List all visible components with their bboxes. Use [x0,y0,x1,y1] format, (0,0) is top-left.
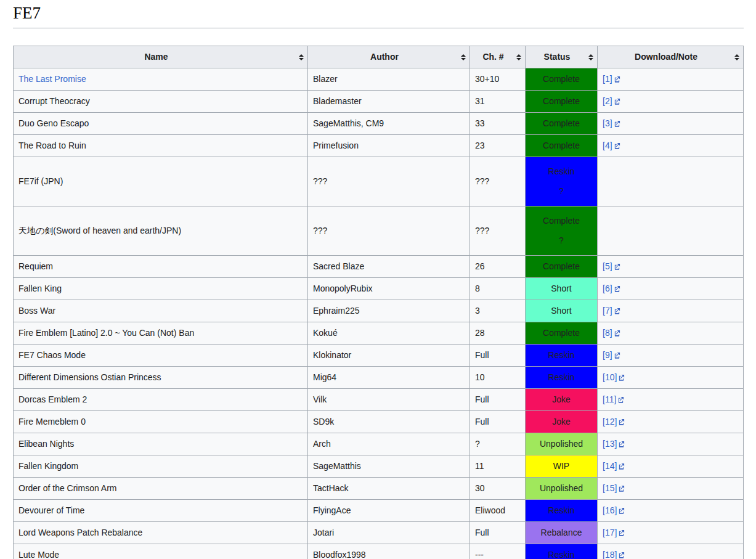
name-cell: Fallen King [14,278,308,300]
download-link[interactable]: [8] [603,328,612,338]
author-cell: Primefusion [308,135,470,157]
download-cell: [10] [598,367,744,389]
table-row: Fallen KingMonopolyRubix8Short[6] [14,278,744,300]
download-cell: [16] [598,500,744,522]
status-note: ? [530,186,592,197]
download-cell: [9] [598,345,744,367]
name-cell: The Road to Ruin [14,135,308,157]
download-link[interactable]: [5] [603,261,612,271]
status-cell: Joke [526,411,598,433]
download-link[interactable]: [7] [603,306,612,316]
status-cell: Reskin [526,367,598,389]
sort-icon [588,54,593,60]
author-name: Sacred Blaze [313,261,364,271]
download-link[interactable]: [4] [603,141,612,150]
download-link[interactable]: [15] [603,483,617,493]
chapter-count: Eliwood [475,505,505,515]
author-cell: Blazer [308,68,470,91]
status-label: Complete [530,215,592,227]
author-name: Blademaster [313,96,362,106]
chapter-count: ??? [475,226,489,235]
chapter-count: Full [475,394,489,404]
download-cell [598,157,744,206]
download-link[interactable]: [17] [603,528,617,537]
name-cell: Fallen Kingdom [14,455,308,478]
chapter-count: 33 [475,118,485,128]
author-name: Mig64 [313,372,336,382]
column-header-download-note[interactable]: Download/Note [598,46,744,68]
author-cell: Ephraim225 [308,300,470,322]
author-name: Blazer [313,74,338,84]
column-header-label: Status [544,52,571,62]
sort-icon [299,54,304,60]
external-link-icon [618,463,625,470]
author-name: ??? [313,176,327,186]
download-link[interactable]: [13] [603,439,617,449]
column-header-name[interactable]: Name [14,46,308,68]
chapter-count-cell: Full [470,522,526,544]
download-link[interactable]: [9] [603,350,612,360]
header-row: NameAuthorCh. #StatusDownload/Note [14,46,744,68]
chapter-count-cell: Full [470,345,526,367]
status-cell: Complete [526,256,598,278]
download-cell: [15] [598,478,744,500]
table-row: The Road to RuinPrimefusion23Complete[4] [14,135,744,157]
hack-name: Elibean Nights [18,439,74,449]
chapter-count-cell: 10 [470,367,526,389]
hack-name: Fallen King [18,284,62,293]
status-label: Complete [530,118,592,129]
download-link[interactable]: [11] [603,394,616,404]
author-name: FlyingAce [313,505,351,515]
author-name: SageMatthis, CM9 [313,118,384,128]
download-cell: [3] [598,113,744,135]
download-link[interactable]: [12] [603,417,617,426]
hack-name: The Road to Ruin [18,141,86,150]
external-link-icon [614,308,620,314]
status-cell: Short [526,278,598,300]
chapter-count-cell: 11 [470,455,526,478]
chapter-count-cell: Eliwood [470,500,526,522]
hack-name-link[interactable]: The Last Promise [18,74,86,84]
chapter-count-cell: 23 [470,135,526,157]
download-link[interactable]: [2] [603,96,612,106]
hack-name: Fallen Kingdom [18,461,78,471]
table-row: FE7if (JPN)??????Reskin? [14,157,744,206]
download-link[interactable]: [16] [603,505,617,515]
external-link-icon [618,529,625,536]
hack-name: 天地の剣(Sword of heaven and earth/JPN) [18,226,181,235]
external-link-icon [614,98,620,105]
chapter-count-cell: 8 [470,278,526,300]
status-cell: Complete [526,135,598,157]
download-cell: [2] [598,91,744,113]
chapter-count-cell: ? [470,433,526,455]
download-link[interactable]: [18] [603,550,617,559]
download-cell: [14] [598,455,744,478]
sort-icon [734,54,739,60]
column-header-status[interactable]: Status [526,46,598,68]
table-row: Dorcas Emblem 2VilkFullJoke[11] [14,389,744,411]
hack-name: Fire Memeblem 0 [18,417,86,426]
table-row: FE7 Chaos ModeKlokinatorFullReskin[9] [14,345,744,367]
download-link[interactable]: [10] [603,372,617,382]
download-link[interactable]: [3] [603,118,612,128]
hack-name: Different Dimensions Ostian Princess [18,372,161,382]
table-row: Different Dimensions Ostian PrincessMig6… [14,367,744,389]
status-label: Reskin [530,349,592,361]
external-link-icon [618,552,625,558]
external-link-icon [614,263,620,270]
column-header-label: Author [370,52,399,62]
status-label: Reskin [530,505,592,516]
column-header-ch[interactable]: Ch. # [470,46,526,68]
download-cell: [1] [598,68,744,91]
download-link[interactable]: [6] [603,284,612,293]
name-cell: Different Dimensions Ostian Princess [14,367,308,389]
status-cell: Unpolished [526,478,598,500]
author-cell: Jotari [308,522,470,544]
name-cell: 天地の剣(Sword of heaven and earth/JPN) [14,206,308,256]
download-link[interactable]: [1] [603,74,612,84]
name-cell: The Last Promise [14,68,308,91]
download-cell: [11] [598,389,744,411]
download-link[interactable]: [14] [603,461,617,471]
external-link-icon [614,285,620,292]
column-header-author[interactable]: Author [308,46,470,68]
